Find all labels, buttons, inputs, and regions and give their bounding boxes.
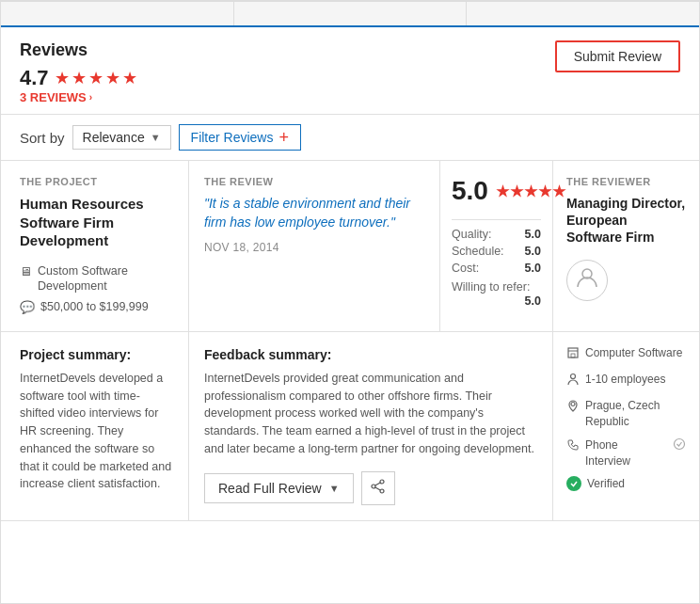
- score-column: 5.0 ★ ★ ★ ★ ★ Quality: 5.0 Schedule: 5.0…: [440, 161, 553, 331]
- willing-label: Willing to refer:: [452, 280, 541, 294]
- reviewer-details-column: Computer Software 1-10 employees: [553, 332, 699, 520]
- review-column: THE REVIEW "It is a stable environment a…: [189, 161, 440, 331]
- project-summary-column: Project summary: InternetDevels develope…: [1, 332, 189, 520]
- verified-item: Verified: [566, 476, 686, 491]
- cost-value: 5.0: [525, 262, 541, 275]
- service-text: Custom Software Development: [38, 263, 173, 294]
- monitor-icon: 🖥: [20, 264, 32, 280]
- svg-point-12: [568, 478, 580, 489]
- svg-rect-8: [571, 354, 575, 358]
- phone-interview-text: Phone Interview: [585, 437, 665, 469]
- filter-label: Filter Reviews: [191, 130, 274, 145]
- feedback-summary-text: InternetDevels provided great communicat…: [204, 370, 537, 458]
- score-star-1: ★: [496, 183, 509, 200]
- star-3: ★: [88, 68, 103, 88]
- rating-number: 4.7: [20, 66, 49, 90]
- svg-point-9: [571, 374, 576, 379]
- phone-check-icon: [673, 437, 686, 455]
- reviewer-col-header: THE REVIEWER: [566, 176, 686, 187]
- sort-value: Relevance: [83, 130, 145, 145]
- schedule-row: Schedule: 5.0: [452, 245, 541, 258]
- phone-interview-item: Phone Interview: [566, 437, 686, 469]
- industry-text: Computer Software: [585, 345, 682, 361]
- reviewer-name: Managing Director, European Software Fir…: [566, 195, 686, 246]
- cost-label: Cost:: [452, 262, 479, 275]
- industry-item: Computer Software: [566, 345, 686, 364]
- tab-2[interactable]: [234, 1, 468, 25]
- reviewer-avatar: [566, 260, 608, 301]
- quality-label: Quality:: [452, 228, 491, 241]
- filter-plus-icon: +: [278, 129, 289, 146]
- sort-label: Sort by: [20, 130, 65, 146]
- read-review-label: Read Full Review: [218, 481, 322, 496]
- svg-point-10: [571, 403, 575, 406]
- svg-point-3: [372, 485, 375, 488]
- reviews-left: Reviews 4.7 ★ ★ ★ ★ ★ 3 REVIEWS ›: [20, 40, 137, 104]
- project-title: Human Resources Software Firm Developmen…: [20, 195, 173, 250]
- project-summary-text: InternetDevels developed a software tool…: [20, 370, 173, 493]
- service-item: 🖥 Custom Software Development: [20, 263, 173, 294]
- cost-row: Cost: 5.0: [452, 262, 541, 275]
- quality-value: 5.0: [525, 228, 541, 241]
- tab-3[interactable]: [467, 1, 699, 25]
- quality-row: Quality: 5.0: [452, 228, 541, 241]
- svg-rect-6: [568, 348, 578, 358]
- tab-1[interactable]: [1, 1, 234, 25]
- review-date: NOV 18, 2014: [204, 241, 424, 254]
- project-column: THE PROJECT Human Resources Software Fir…: [1, 161, 189, 331]
- read-full-review-button[interactable]: Read Full Review ▼: [204, 473, 354, 503]
- star-2: ★: [72, 68, 87, 88]
- reviewer-column: THE REVIEWER Managing Director, European…: [553, 161, 699, 331]
- reviews-count-link[interactable]: 3 REVIEWS ›: [20, 90, 137, 104]
- budget-icon: 💬: [20, 300, 35, 316]
- review-quote: "It is a stable environment and their fi…: [204, 195, 424, 231]
- people-icon: [566, 373, 580, 390]
- location-icon: [566, 399, 580, 417]
- share-icon: [371, 479, 386, 497]
- review-card-top: THE PROJECT Human Resources Software Fir…: [1, 161, 699, 332]
- willing-row: Willing to refer: 5.0: [452, 280, 541, 308]
- feedback-summary-heading: Feedback summary:: [204, 347, 537, 362]
- location-item: Prague, Czech Republic: [566, 398, 686, 430]
- sort-select[interactable]: Relevance ▼: [72, 125, 171, 150]
- score-divider: [452, 219, 541, 220]
- building-icon: [566, 346, 580, 364]
- svg-line-5: [374, 487, 379, 490]
- phone-icon: [566, 438, 580, 456]
- reviews-count-text: 3 REVIEWS: [20, 90, 87, 104]
- svg-line-4: [374, 483, 379, 485]
- submit-review-button[interactable]: Submit Review: [555, 40, 680, 72]
- location-text: Prague, Czech Republic: [585, 398, 686, 430]
- action-row: Read Full Review ▼: [204, 471, 537, 505]
- svg-point-11: [675, 438, 685, 449]
- read-chevron-icon: ▼: [329, 483, 340, 494]
- star-5-half: ★: [122, 68, 137, 88]
- svg-point-2: [380, 489, 384, 493]
- stars: ★ ★ ★ ★ ★: [55, 68, 137, 88]
- star-4: ★: [105, 68, 120, 88]
- project-meta: 🖥 Custom Software Development 💬 $50,000 …: [20, 263, 173, 316]
- score-star-3: ★: [524, 183, 537, 200]
- rating-row: 4.7 ★ ★ ★ ★ ★: [20, 66, 137, 90]
- schedule-label: Schedule:: [452, 245, 504, 258]
- star-1: ★: [55, 68, 70, 88]
- page-wrapper: Reviews 4.7 ★ ★ ★ ★ ★ 3 REVIEWS › Submit…: [0, 0, 700, 604]
- share-button[interactable]: [361, 471, 395, 505]
- project-summary-heading: Project summary:: [20, 347, 173, 362]
- verified-text: Verified: [587, 477, 625, 490]
- main-score: 5.0 ★ ★ ★ ★ ★: [452, 176, 541, 206]
- reviews-title: Reviews: [20, 40, 137, 60]
- willing-value: 5.0: [452, 294, 541, 308]
- filter-reviews-button[interactable]: Filter Reviews +: [179, 124, 301, 151]
- budget-item: 💬 $50,000 to $199,999: [20, 299, 173, 316]
- project-col-header: THE PROJECT: [20, 176, 173, 187]
- score-star-2: ★: [510, 183, 523, 200]
- sort-filter-bar: Sort by Relevance ▼ Filter Reviews +: [1, 115, 699, 161]
- reviews-header: Reviews 4.7 ★ ★ ★ ★ ★ 3 REVIEWS › Submit…: [1, 27, 699, 115]
- budget-text: $50,000 to $199,999: [40, 299, 149, 314]
- svg-point-1: [380, 480, 384, 484]
- reviews-count-chevron: ›: [89, 92, 92, 103]
- bottom-section: Project summary: InternetDevels develope…: [1, 332, 699, 521]
- review-col-header: THE REVIEW: [204, 176, 424, 187]
- employees-text: 1-10 employees: [585, 372, 665, 388]
